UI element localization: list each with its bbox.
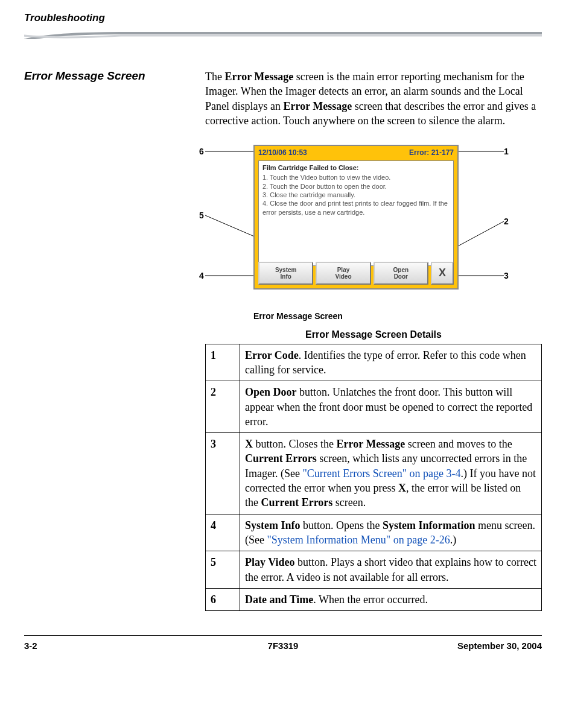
term: Date and Time xyxy=(245,593,313,606)
text: button. Opens the xyxy=(300,519,383,531)
screenshot-message-line: 2. Touch the Door button to open the doo… xyxy=(262,182,450,191)
table-row: 6 Date and Time. When the error occurred… xyxy=(206,588,542,610)
screenshot-message-line: 1. Touch the Video button to view the vi… xyxy=(262,173,450,182)
screenshot-message-line: 4. Close the door and print test prints … xyxy=(262,199,450,217)
term-error-message: Error Message xyxy=(224,71,293,83)
table-row: 5 Play Video button. Plays a short video… xyxy=(206,551,542,589)
screenshot-message-box: Film Cartridge Failed to Close: 1. Touch… xyxy=(258,160,454,266)
button-label: Open xyxy=(393,267,409,273)
screenshot-error-message-screen: 12/10/06 10:53 Error: 21-177 Film Cartri… xyxy=(253,145,459,290)
header-swoosh xyxy=(24,27,542,39)
button-label: System xyxy=(275,267,297,273)
cross-reference-link[interactable]: "System Information Menu" on page 2-26 xyxy=(267,534,450,546)
table-row: 3 X button. Closes the Error Message scr… xyxy=(206,433,542,514)
table-row: 2 Open Door button. Unlatches the front … xyxy=(206,381,542,433)
text: .) xyxy=(450,534,457,546)
callout-6: 6 xyxy=(199,146,204,157)
term: System Info xyxy=(245,519,300,531)
term: X xyxy=(245,438,253,450)
footer-doc-id: 7F3319 xyxy=(197,641,369,651)
cross-reference-link[interactable]: "Current Errors Screen" on page 3-4 xyxy=(302,467,460,480)
row-desc: X button. Closes the Error Message scree… xyxy=(240,433,542,514)
section-heading: Error Message Screen xyxy=(24,69,205,83)
x-icon: X xyxy=(439,267,446,279)
row-desc: Error Code. Identifies the type of error… xyxy=(240,344,542,381)
play-video-button[interactable]: Play Video xyxy=(316,262,370,285)
callout-2: 2 xyxy=(504,216,509,227)
details-table: 1 Error Code. Identifies the type of err… xyxy=(205,344,542,611)
row-number: 3 xyxy=(206,433,240,514)
term: Play Video xyxy=(245,556,295,568)
text: button. Closes the xyxy=(253,438,337,450)
row-number: 5 xyxy=(206,551,240,589)
button-label: Play xyxy=(337,267,350,273)
screenshot-message-title: Film Cartridge Failed to Close: xyxy=(262,163,450,172)
footer-page-number: 3-2 xyxy=(24,641,197,651)
table-caption: Error Message Screen Details xyxy=(205,328,542,341)
term: Current Errors xyxy=(261,496,333,508)
table-row: 1 Error Code. Identifies the type of err… xyxy=(206,344,542,381)
text: screen. xyxy=(332,496,366,508)
text: . When the error occurred. xyxy=(313,593,428,606)
row-desc: Open Door button. Unlatches the front do… xyxy=(240,381,542,433)
page-footer: 3-2 7F3319 September 30, 2004 xyxy=(24,635,542,651)
screenshot-message-line: 3. Close the cartridge manually. xyxy=(262,191,450,199)
callout-1: 1 xyxy=(504,146,509,157)
system-info-button[interactable]: System Info xyxy=(258,262,313,285)
close-x-button[interactable]: X xyxy=(431,262,454,285)
footer-date: September 30, 2004 xyxy=(369,641,542,651)
row-desc: Play Video button. Plays a short video t… xyxy=(240,551,542,589)
text: The xyxy=(205,71,224,83)
row-number: 4 xyxy=(206,514,240,551)
term: Error Code xyxy=(245,349,299,361)
intro-paragraph: The Error Message screen is the main err… xyxy=(205,69,542,128)
row-desc: System Info button. Opens the System Inf… xyxy=(240,514,542,551)
screenshot-error-code: Error: 21-177 xyxy=(409,148,454,157)
screenshot-button-row: System Info Play Video Open Door X xyxy=(258,262,454,285)
screenshot-datetime: 12/10/06 10:53 xyxy=(258,148,409,157)
button-label: Info xyxy=(281,273,291,280)
term-error-message: Error Message xyxy=(283,100,352,112)
screenshot-status-bar: 12/10/06 10:53 Error: 21-177 xyxy=(255,146,457,159)
term: Open Door xyxy=(245,386,297,398)
row-number: 1 xyxy=(206,344,240,381)
figure: 6 5 4 1 2 3 12/10/06 10:53 Error: 21-177 xyxy=(205,139,542,308)
row-number: 6 xyxy=(206,588,240,610)
figure-caption: Error Message Screen xyxy=(253,311,542,322)
callout-5: 5 xyxy=(199,210,204,221)
row-number: 2 xyxy=(206,381,240,433)
table-row: 4 System Info button. Opens the System I… xyxy=(206,514,542,551)
button-label: Video xyxy=(335,273,351,280)
term: Current Errors xyxy=(245,452,317,464)
text: screen and moves to the xyxy=(405,438,512,450)
term: X xyxy=(398,482,406,494)
term: System Information xyxy=(383,519,475,531)
open-door-button[interactable]: Open Door xyxy=(374,262,428,285)
page-header-title: Troubleshooting xyxy=(24,12,542,24)
callout-4: 4 xyxy=(199,270,204,282)
button-label: Door xyxy=(394,273,408,280)
term: Error Message xyxy=(337,438,405,450)
callout-3: 3 xyxy=(504,270,509,282)
row-desc: Date and Time. When the error occurred. xyxy=(240,588,542,610)
